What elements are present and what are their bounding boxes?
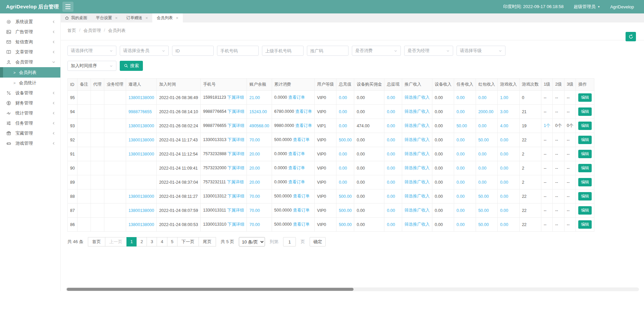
cell-game[interactable]: 0.00 [497, 175, 519, 189]
cell-recharge[interactable]: 500.00 [336, 218, 354, 232]
cell-balance[interactable]: 70.00 [247, 218, 272, 232]
cell-withdraw[interactable]: 0.00 [384, 91, 402, 105]
edit-button[interactable]: 编辑 [578, 107, 592, 116]
cell-recharge[interactable]: 500.00 [336, 189, 354, 204]
cell-red[interactable]: 0.00 [476, 175, 497, 189]
view-orders-link[interactable]: 查看订单 [295, 109, 312, 114]
promo-income-filter-link[interactable]: 筛选推广收入 [405, 95, 430, 100]
cell-red[interactable]: 0.00 [476, 91, 497, 105]
cell-withdraw[interactable]: 0.00 [384, 189, 402, 204]
promo-income-filter-link[interactable]: 筛选推广收入 [405, 222, 430, 227]
last-page-button[interactable]: 尾页 [199, 237, 216, 246]
sidebar-item-device-management[interactable]: 设备管理 [0, 88, 60, 98]
filter-select-is-manager[interactable]: 是否为经理 [404, 46, 453, 56]
role-dropdown[interactable]: 超级管理员 ▼ [574, 4, 600, 10]
cell-red[interactable]: 50.00 [476, 189, 497, 204]
view-orders-link[interactable]: 查看订单 [288, 180, 305, 184]
promo-income-filter-link[interactable]: 筛选推广收入 [405, 109, 430, 114]
search-button[interactable]: 搜索 [120, 61, 143, 71]
sidebar-item-game-management[interactable]: 游戏管理 [0, 138, 60, 148]
filter-input-parent-phone[interactable] [262, 46, 304, 56]
promo-income-filter-link[interactable]: 筛选推广收入 [405, 137, 430, 142]
cell-red[interactable]: 0.00 [476, 161, 497, 175]
cell-balance[interactable]: 20.00 [247, 175, 272, 189]
cell-red[interactable]: 50.00 [476, 218, 497, 232]
cell-game[interactable]: 4.00 [497, 119, 519, 133]
filter-select-level[interactable]: 请选择等级 [457, 46, 505, 56]
edit-button[interactable]: 编辑 [578, 178, 592, 186]
breadcrumb-item[interactable]: 会员管理 [84, 28, 101, 34]
cell-inviter[interactable]: 13800138000 [126, 91, 156, 105]
cell-balance[interactable]: 70.00 [247, 204, 272, 218]
per-page-select[interactable]: 10 条/页 [239, 237, 265, 246]
cell-withdraw[interactable]: 0.00 [384, 161, 402, 175]
cell-inviter[interactable]: 13800138000 [126, 189, 156, 204]
cell-recharge[interactable]: 500.00 [336, 204, 354, 218]
cell-balance[interactable]: 21.00 [247, 91, 272, 105]
cell-withdraw[interactable]: 0.00 [384, 204, 402, 218]
view-orders-link[interactable]: 查看订单 [293, 222, 310, 227]
view-orders-link[interactable]: 查看订单 [288, 95, 305, 100]
filter-select-join-time-sort[interactable]: 加入时间排序 [67, 61, 116, 71]
cell-balance[interactable]: 70.00 [247, 133, 272, 147]
cell-inviter[interactable]: 9988776655 [126, 105, 156, 119]
subordinate-detail-link[interactable]: 下属详细 [227, 95, 244, 100]
view-orders-link[interactable]: 查看订单 [288, 151, 305, 156]
cell-task[interactable]: 0.00 [454, 204, 476, 218]
cell-inviter[interactable]: 13800138000 [126, 147, 156, 161]
cell-recharge[interactable]: 0.00 [336, 175, 354, 189]
cell-red[interactable]: 50.00 [476, 204, 497, 218]
cell-recharge[interactable]: 500.00 [336, 133, 354, 147]
filter-input-id[interactable] [172, 46, 214, 56]
sidebar-item-stats-management[interactable]: 统计管理 [0, 108, 60, 118]
cell-balance[interactable]: 490568.00 [247, 119, 272, 133]
cell-task[interactable]: 0.00 [454, 91, 476, 105]
sidebar-subitem-member-stats[interactable]: >会员统计 [0, 78, 60, 88]
view-orders-link[interactable]: 查看订单 [293, 208, 310, 213]
subordinate-detail-link[interactable]: 下属详细 [227, 151, 244, 156]
filter-input-phone[interactable] [217, 46, 259, 56]
filter-select-salesman[interactable]: 请选择业务员 [120, 46, 169, 56]
cell-balance[interactable]: 20.00 [247, 161, 272, 175]
cell-balance[interactable]: 70.00 [247, 189, 272, 204]
cell-balance[interactable]: 15243.00 [247, 105, 272, 119]
sidebar-toggle-button[interactable] [62, 2, 73, 12]
cell-withdraw[interactable]: 0.00 [384, 119, 402, 133]
cell-game[interactable]: 0.00 [497, 204, 519, 218]
sidebar-item-sms-query[interactable]: 短信查询 [0, 37, 60, 47]
cell-recharge[interactable]: 0.00 [336, 105, 354, 119]
subordinate-detail-link[interactable]: 下属详细 [227, 194, 244, 198]
tab-my-desktop[interactable]: 我的桌面 [60, 13, 92, 22]
cell-game[interactable]: 1.00 [497, 91, 519, 105]
promo-income-filter-link[interactable]: 筛选推广收入 [405, 123, 430, 128]
view-orders-link[interactable]: 查看订单 [288, 166, 305, 170]
subordinate-detail-link[interactable]: 下属详细 [227, 166, 244, 170]
tab-member-list[interactable]: 会员列表× [152, 13, 183, 22]
sidebar-item-ad-management[interactable]: 广告管理 [0, 27, 60, 37]
promo-income-filter-link[interactable]: 筛选推广收入 [405, 180, 430, 184]
cell-withdraw[interactable]: 0.00 [384, 147, 402, 161]
subordinate-detail-link[interactable]: 下属详细 [227, 109, 244, 114]
cell-game[interactable]: 0.00 [497, 147, 519, 161]
promo-income-filter-link[interactable]: 筛选推广收入 [405, 166, 430, 170]
cell-task[interactable]: 0.00 [454, 218, 476, 232]
sidebar-item-member-management[interactable]: 会员管理 [0, 57, 60, 67]
breadcrumb-item[interactable]: 首页 [67, 28, 76, 34]
sidebar-item-article-management[interactable]: 文章管理 [0, 47, 60, 57]
cell-task[interactable]: 0.00 [454, 175, 476, 189]
cell-red[interactable]: 50.00 [476, 133, 497, 147]
cell-withdraw[interactable]: 0.00 [384, 218, 402, 232]
cell-recharge[interactable]: 0.00 [336, 161, 354, 175]
promo-income-filter-link[interactable]: 筛选推广收入 [405, 194, 430, 198]
edit-button[interactable]: 编辑 [578, 150, 592, 158]
close-icon[interactable]: × [115, 15, 118, 20]
cell-red[interactable]: 0.00 [476, 147, 497, 161]
cell-withdraw[interactable]: 0.00 [384, 133, 402, 147]
goto-page-input[interactable] [283, 237, 296, 246]
view-orders-link[interactable]: 查看订单 [293, 137, 310, 142]
view-orders-link[interactable]: 查看订单 [293, 194, 310, 198]
subordinate-detail-link[interactable]: 下属详细 [227, 208, 244, 213]
cell-game[interactable]: 0.00 [497, 161, 519, 175]
sidebar-item-system-settings[interactable]: 系统设置 [0, 17, 60, 27]
refresh-button[interactable] [626, 32, 636, 41]
